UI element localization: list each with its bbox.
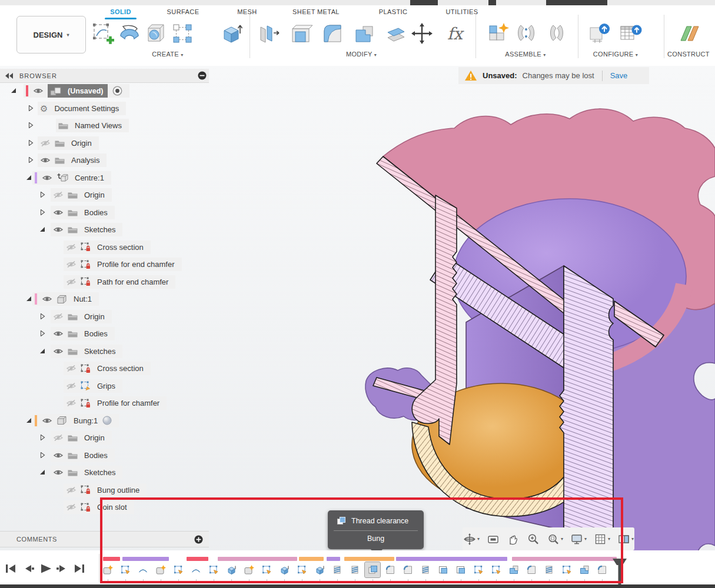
timeline-feature-sketch-icon[interactable] [294, 562, 310, 577]
timeline-feature-extrude-icon[interactable] [312, 562, 327, 577]
step-back-button[interactable] [22, 563, 36, 574]
tree-item-path-for-end-chamfer[interactable]: Path for end chamfer [64, 275, 175, 289]
timeline-feature-sketch-icon[interactable] [488, 562, 504, 577]
fit-tool[interactable]: ▾ [545, 532, 565, 547]
activate-component-radio[interactable] [112, 86, 122, 96]
tree-item-grips[interactable]: Grips [64, 379, 122, 393]
grid-display-tool[interactable]: ▾ [592, 532, 612, 547]
group-label-configure[interactable]: CONFIGURE ▾ [593, 51, 638, 58]
group-label-assemble[interactable]: ASSEMBLE ▾ [505, 51, 546, 58]
configuration-table-button[interactable] [617, 20, 644, 47]
expand-arrow-icon[interactable] [28, 140, 34, 146]
tree-item--unsaved-[interactable]: (Unsaved) [24, 84, 129, 98]
collapse-arrow-icon[interactable] [39, 226, 45, 232]
tree-item-cross-section[interactable]: Cross section [64, 240, 151, 254]
timeline-feature-sketch-icon[interactable] [206, 562, 221, 577]
expand-arrow-icon[interactable] [28, 105, 34, 111]
add-comment-icon[interactable] [194, 535, 203, 544]
construction-plane-button[interactable] [676, 20, 703, 47]
timeline-feature-sketch-icon[interactable] [171, 562, 186, 577]
tab-utilities[interactable]: UTILITIES [446, 8, 478, 15]
tree-item-sketches[interactable]: Sketches [51, 345, 122, 358]
timeline-feature-shell-icon[interactable] [435, 562, 451, 577]
tree-item-bung-1[interactable]: Bung:1 [32, 414, 119, 427]
timeline-feature-thread-icon[interactable] [330, 562, 345, 577]
tree-item-analysis[interactable]: Analysis [38, 153, 107, 167]
timeline-feature-component-icon[interactable] [153, 562, 168, 577]
timeline-feature-component-icon[interactable] [241, 562, 257, 577]
expand-arrow-icon[interactable] [39, 209, 45, 215]
visibility-eye-off-icon[interactable] [53, 191, 64, 199]
visibility-eye-icon[interactable] [53, 209, 64, 216]
timeline-feature-revolve-icon[interactable] [135, 562, 151, 577]
visibility-eye-off-icon[interactable] [40, 139, 51, 147]
group-label-construct[interactable]: CONSTRUCT [667, 51, 710, 58]
create-sketch-button[interactable] [89, 20, 117, 47]
timeline-feature-fillet-icon[interactable] [594, 562, 610, 577]
timeline-feature-thread-icon[interactable] [541, 562, 557, 577]
visibility-eye-icon[interactable] [42, 174, 52, 182]
collapse-arrow-icon[interactable] [39, 348, 45, 354]
tree-item-cross-section[interactable]: Cross section [64, 362, 151, 375]
zoom-tool[interactable] [525, 532, 541, 547]
timeline-feature-offset-face-icon[interactable] [365, 562, 380, 577]
revolve-button[interactable] [116, 20, 143, 47]
rectangular-pattern-button[interactable] [169, 20, 196, 47]
timeline-feature-extrude-icon[interactable] [224, 562, 239, 577]
timeline-feature-revolve-icon[interactable] [188, 562, 204, 577]
timeline-feature-thread-icon[interactable] [347, 562, 363, 577]
save-button[interactable]: Save [610, 71, 628, 80]
minimize-panel-icon[interactable] [198, 71, 207, 80]
visibility-eye-icon[interactable] [33, 87, 44, 95]
timeline-feature-shell-icon[interactable] [453, 562, 468, 577]
tree-item-coin-slot[interactable]: Coin slot [64, 500, 134, 514]
visibility-eye-off-icon[interactable] [66, 382, 77, 390]
tab-mesh[interactable]: MESH [237, 8, 257, 15]
tree-item-bodies[interactable]: Bodies [51, 449, 115, 462]
orbit-tool[interactable]: ▾ [461, 532, 481, 547]
tree-item-named-views[interactable]: Named Views [56, 119, 129, 132]
tree-item-bodies[interactable]: Bodies [51, 206, 115, 219]
go-to-beginning-button[interactable] [5, 563, 19, 574]
visibility-eye-icon[interactable] [53, 469, 64, 476]
collapse-arrow-icon[interactable] [39, 469, 45, 475]
viewports-tool[interactable]: ▾ [616, 532, 636, 547]
timeline-feature-fillet-icon[interactable] [400, 562, 415, 577]
step-forward-button[interactable] [55, 563, 69, 574]
expand-arrow-icon[interactable] [39, 313, 45, 319]
group-label-create[interactable]: CREATE ▾ [152, 51, 183, 58]
press-pull-button[interactable] [255, 20, 282, 47]
visibility-eye-icon[interactable] [53, 348, 64, 355]
visibility-eye-off-icon[interactable] [53, 313, 64, 320]
timeline-feature-fillet-icon[interactable] [383, 562, 398, 577]
play-button[interactable] [38, 563, 52, 574]
sphere-badge-icon[interactable] [102, 416, 112, 425]
timeline-feature-extrude-icon[interactable] [277, 562, 292, 577]
fillet-button[interactable] [319, 20, 346, 47]
configuration-button[interactable] [586, 20, 613, 47]
timeline-feature-fillet-icon[interactable] [524, 562, 539, 577]
timeline-feature-combine-icon[interactable] [577, 562, 592, 577]
tree-item-sketches[interactable]: Sketches [51, 223, 122, 236]
visibility-eye-icon[interactable] [42, 295, 52, 303]
joint-button[interactable] [513, 20, 540, 47]
tree-item-profile-for-chamfer[interactable]: Profile for chamfer [64, 396, 167, 410]
move-copy-button[interactable] [408, 20, 435, 47]
visibility-eye-icon[interactable] [42, 417, 52, 425]
tree-item-bodies[interactable]: Bodies [51, 327, 115, 340]
collapse-arrow-icon[interactable] [26, 296, 32, 302]
visibility-eye-off-icon[interactable] [66, 278, 77, 286]
collapse-arrow-icon[interactable] [26, 175, 32, 181]
combine-button[interactable] [351, 20, 378, 47]
pan-tool[interactable] [505, 532, 521, 547]
visibility-eye-off-icon[interactable] [66, 399, 77, 407]
tree-item-origin[interactable]: Origin [51, 310, 112, 323]
visibility-eye-icon[interactable] [40, 156, 51, 164]
timeline-feature-component-icon[interactable] [100, 562, 115, 577]
tree-item-origin[interactable]: Origin [38, 136, 99, 150]
visibility-eye-off-icon[interactable] [53, 434, 64, 442]
expand-arrow-icon[interactable] [28, 122, 34, 128]
tree-item-centre-1[interactable]: Centre:1 [32, 171, 111, 185]
extrude-button[interactable] [218, 20, 245, 47]
tab-solid[interactable]: SOLID [110, 8, 131, 15]
